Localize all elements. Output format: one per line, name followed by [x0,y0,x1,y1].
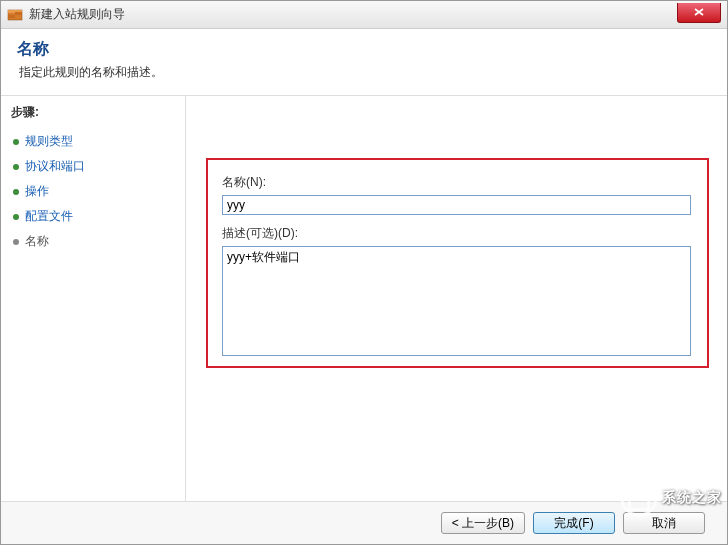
step-rule-type[interactable]: 规则类型 [11,129,175,154]
wizard-main: 名称(N): 描述(可选)(D): [186,96,727,501]
step-label: 规则类型 [25,133,73,150]
steps-heading: 步骤: [11,104,175,121]
description-input[interactable] [222,246,691,356]
step-label: 名称 [25,233,49,250]
step-label: 协议和端口 [25,158,85,175]
page-title: 名称 [17,39,711,60]
firewall-icon [7,7,23,23]
wizard-window: 新建入站规则向导 名称 指定此规则的名称和描述。 步骤: 规则类型 协议和端口 … [0,0,728,545]
window-title: 新建入站规则向导 [29,6,125,23]
wizard-body: 步骤: 规则类型 协议和端口 操作 配置文件 名称 [1,96,727,501]
step-label: 配置文件 [25,208,73,225]
bullet-icon [13,189,19,195]
wizard-footer: < 上一步(B) 完成(F) 取消 [1,501,727,544]
titlebar: 新建入站规则向导 [1,1,727,29]
page-subtitle: 指定此规则的名称和描述。 [19,64,711,81]
svg-rect-3 [15,12,22,15]
name-label: 名称(N): [222,174,691,191]
form-area: 名称(N): 描述(可选)(D): [222,174,691,359]
cancel-button[interactable]: 取消 [623,512,705,534]
titlebar-left: 新建入站规则向导 [7,6,125,23]
bullet-icon [13,139,19,145]
bullet-icon [13,164,19,170]
description-label: 描述(可选)(D): [222,225,691,242]
wizard-header: 名称 指定此规则的名称和描述。 [1,29,727,96]
step-name[interactable]: 名称 [11,229,175,254]
step-label: 操作 [25,183,49,200]
bullet-icon [13,214,19,220]
bullet-icon [13,239,19,245]
step-profile[interactable]: 配置文件 [11,204,175,229]
back-button[interactable]: < 上一步(B) [441,512,525,534]
close-button[interactable] [677,3,721,23]
finish-button[interactable]: 完成(F) [533,512,615,534]
steps-sidebar: 步骤: 规则类型 协议和端口 操作 配置文件 名称 [1,96,186,501]
step-action[interactable]: 操作 [11,179,175,204]
name-input[interactable] [222,195,691,215]
svg-rect-2 [8,15,15,18]
step-protocol-port[interactable]: 协议和端口 [11,154,175,179]
